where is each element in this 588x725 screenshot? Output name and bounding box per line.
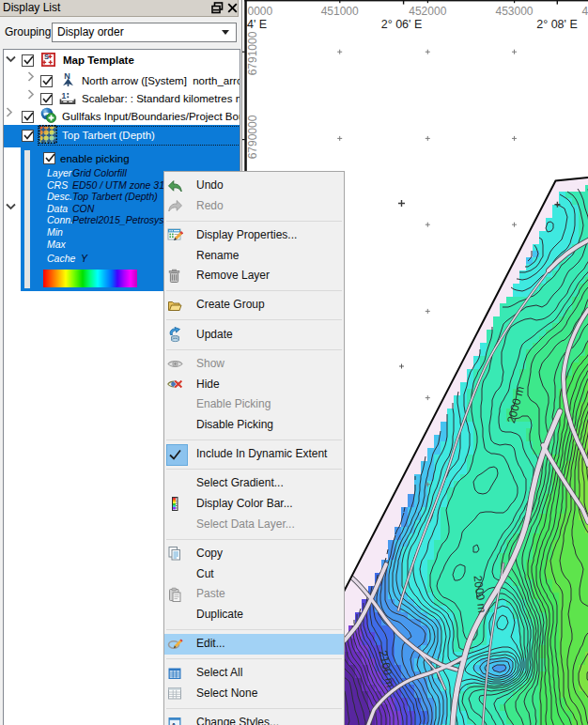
svg-text:4: 4	[582, 5, 588, 18]
svg-text:2° 06' E: 2° 06' E	[381, 18, 423, 31]
svg-text:6790000: 6790000	[246, 115, 259, 159]
svg-text:2° 08' E: 2° 08' E	[536, 18, 578, 31]
svg-text:451000: 451000	[321, 5, 359, 18]
svg-text:6791000: 6791000	[246, 31, 259, 75]
svg-text:452000: 452000	[409, 5, 446, 18]
svg-text:1: 1	[62, 91, 67, 100]
svg-text:4' E: 4' E	[247, 18, 267, 31]
svg-text:0000: 0000	[248, 5, 273, 18]
svg-text:A: A	[171, 720, 177, 725]
svg-text:N: N	[64, 71, 70, 81]
svg-text:453000: 453000	[495, 5, 533, 18]
